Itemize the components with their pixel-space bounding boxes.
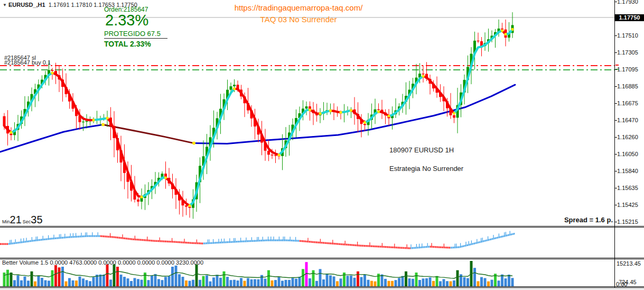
panel-separator[interactable] <box>0 226 644 226</box>
price-axis-tick: 1.17305 <box>617 49 638 56</box>
price-axis-tick: 1.16260 <box>617 134 638 140</box>
candle-timer: Min21Sec35 <box>2 214 43 226</box>
total-divider <box>104 38 167 39</box>
symbol-dropdown-icon[interactable]: ▼ <box>3 3 7 7</box>
price-axis-tick: 1.17930 <box>617 0 638 5</box>
mt4-chart-window: { "header": { "symbol_period": "EURUSD_,… <box>0 0 644 290</box>
current-price-badge: 1.17750 <box>615 14 644 21</box>
price-axis-tick: 1.15215 <box>617 219 638 225</box>
chart-note-strategy: Estrategia No Surrender <box>389 165 463 173</box>
price-axis-border <box>614 0 615 287</box>
panel-separator[interactable] <box>0 258 644 258</box>
price-axis-tick: 1.16470 <box>617 117 638 123</box>
symbol-period: EURUSD_,H1 <box>8 2 45 8</box>
bottom-strip <box>0 288 644 290</box>
spread-label: Spread = 1.6 p. <box>518 216 613 224</box>
price-axis-tick: 1.15840 <box>617 168 638 174</box>
timer-min-label: Min <box>2 219 10 224</box>
timer-sec-value: 35 <box>31 214 42 226</box>
timer-min-value: 21 <box>10 214 22 226</box>
price-axis-tick: 1.17095 <box>617 66 638 72</box>
price-axis-tick: 1.15425 <box>617 202 638 208</box>
site-url[interactable]: https://tradingaquemarropa-taq.com/ <box>203 3 394 12</box>
total-label: TOTAL 2.33% <box>104 40 151 48</box>
price-axis-tick: 1.15635 <box>617 185 638 191</box>
protegido-label: PROTEGIDO 67.5 <box>104 30 161 38</box>
panel-separator[interactable] <box>0 227 644 228</box>
volume-axis-top: 15213.45 <box>617 260 641 267</box>
profit-percent: 2.33% <box>105 12 148 29</box>
price-axis-tick: 1.16050 <box>617 151 638 157</box>
panel-separator <box>0 286 644 287</box>
main-chart-canvas[interactable] <box>0 0 644 290</box>
price-axis-tick: 1.16675 <box>617 100 638 106</box>
strategy-title: TAQ 03 No Surrender <box>203 15 394 24</box>
timer-sec-label: Sec <box>23 219 31 224</box>
better-volume-label: Better Volume 1.5 0.0000 4763.0000 0.000… <box>2 259 203 266</box>
price-axis-tick: 1.16885 <box>617 83 638 89</box>
buy-line-label: #2185647 buy 0.1 <box>4 59 51 66</box>
volume-axis-bottom-b: 0.00 <box>616 281 627 287</box>
chart-note-date: 180907 EURUSD 1H <box>389 146 454 154</box>
price-axis-tick: 1.17510 <box>617 32 638 39</box>
